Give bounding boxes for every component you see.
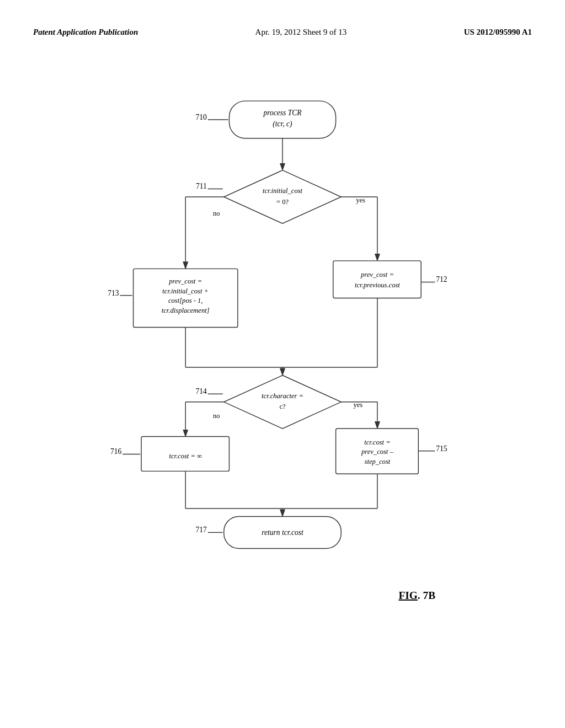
label-yes-714: yes — [353, 401, 363, 409]
node-715-t3: step_cost — [365, 458, 391, 465]
node-711-text: tcr.initial_cost — [263, 187, 303, 195]
node-713-t2: tcr.initial_cost + — [162, 287, 209, 295]
node-714 — [224, 376, 341, 429]
header-right: US 2012/095990 A1 — [464, 28, 532, 37]
node-711 — [224, 170, 341, 224]
node-711-text2: = 0? — [276, 198, 289, 206]
node-712 — [333, 261, 421, 298]
header-center: Apr. 19, 2012 Sheet 9 of 13 — [255, 28, 347, 37]
label-712: 712 — [436, 275, 447, 283]
label-713: 713 — [108, 289, 119, 297]
label-710: 710 — [196, 113, 207, 121]
label-714: 714 — [196, 387, 207, 395]
label-yes-711: yes — [356, 196, 365, 204]
label-711: 711 — [196, 182, 207, 190]
node-713-t3: cost[pos - 1, — [168, 297, 202, 304]
node-713-t1: prev_cost = — [168, 277, 202, 285]
diagram-area: process TCR (tcr, c) 710 tcr.initial_cos… — [0, 72, 565, 695]
node-717-t1: return tcr.cost — [262, 528, 304, 537]
flowchart-svg: process TCR (tcr, c) 710 tcr.initial_cos… — [0, 72, 565, 695]
node-714-t1: tcr.character = — [262, 392, 303, 400]
node-712-t2: tcr.previous.cost — [355, 281, 400, 289]
label-717: 717 — [196, 526, 207, 534]
node-713-t4: tcr.displacement] — [162, 307, 210, 314]
node-710-text: process TCR — [263, 109, 302, 117]
label-no-714: no — [213, 412, 220, 420]
label-715: 715 — [436, 445, 447, 453]
page: Patent Application Publication Apr. 19, … — [0, 0, 565, 728]
node-716-t1: tcr.cost = ∞ — [169, 452, 202, 460]
node-715-t2: prev_cost – — [361, 448, 393, 456]
header-left: Patent Application Publication — [33, 28, 138, 37]
node-714-t2: c? — [279, 403, 286, 410]
node-715-t1: tcr.cost = — [364, 438, 391, 446]
node-712-t1: prev_cost = — [360, 271, 394, 279]
node-710-text2: (tcr, c) — [273, 120, 292, 129]
figure-label: FIG. 7B — [399, 590, 436, 601]
header: Patent Application Publication Apr. 19, … — [0, 0, 565, 37]
label-716: 716 — [110, 447, 122, 456]
label-no-711: no — [213, 210, 220, 217]
